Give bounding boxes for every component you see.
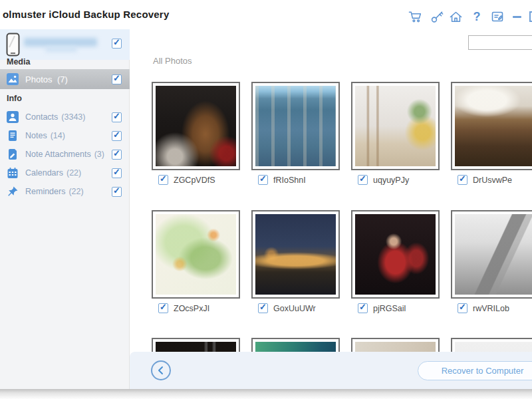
photo-checkbox[interactable] [258,175,268,185]
sidebar-item-count: (14) [51,131,65,140]
cart-icon[interactable] [407,9,423,25]
photo-thumbnail[interactable] [152,210,240,299]
photo-cell: pjRGSail [351,210,440,313]
back-button[interactable] [151,360,171,380]
sidebar-item-count: (3343) [61,112,85,122]
photo-cell: GoxUuUWr [251,210,340,313]
info-section-header: Info [7,94,22,103]
photo-image [355,86,436,166]
phone-icon [6,33,20,57]
photo-thumbnail[interactable] [451,210,532,299]
photo-image [255,214,336,295]
photos-checkbox[interactable] [112,74,122,84]
photo-checkbox[interactable] [358,175,368,185]
photo-name: ZGCpVDfS [174,176,215,185]
sidebar-item-count: (3) [94,150,104,159]
sidebar-item-label: Photos [25,74,52,84]
help-icon[interactable] [469,9,485,25]
device-subtext-redacted [45,47,77,52]
photo-thumbnail[interactable] [152,82,240,170]
note-attachments-checkbox[interactable] [112,150,122,160]
photo-checkbox[interactable] [358,303,368,313]
window-bottom-shadow [0,389,532,399]
photo-cell: fRIoShnI [251,82,340,185]
sidebar-item-note-attachments[interactable]: Note Attachments(3) [0,145,130,164]
photo-thumbnail[interactable] [351,210,440,299]
photo-thumbnail[interactable] [351,82,440,170]
photo-gallery: All Photos ZGCpVDfS fRIoShnI uqyuyPJy Dr… [130,29,532,389]
photo-cell: ZGCpVDfS [152,82,240,185]
media-section-header: Media [7,57,30,66]
footer-bar: Recover to Computer [130,352,532,389]
sidebar-item-contacts[interactable]: Contacts(3343) [0,108,130,126]
sidebar-item-label: Reminders [25,187,65,196]
sidebar-item-notes[interactable]: Notes(14) [0,126,130,145]
photo-cell: rwVRILob [451,210,532,313]
sidebar-item-count: (7) [57,74,68,84]
maximize-icon[interactable] [527,9,532,25]
notes-checkbox[interactable] [112,131,122,141]
photo-checkbox[interactable] [458,175,467,185]
sidebar-item-label: Calendars [25,168,63,178]
sidebar-item-calendars[interactable]: Calendars(22) [0,164,130,182]
key-icon[interactable] [429,9,445,25]
photo-name: ZOcsPxJI [174,304,209,313]
photo-name: GoxUuUWr [273,304,316,313]
sidebar-item-photos[interactable]: Photos (7) [0,69,130,89]
photo-name: pjRGSail [373,304,406,313]
device-name-redacted [24,38,97,47]
title-bar: olmuster iCloud Backup Recovery [0,0,532,30]
photo-checkbox[interactable] [258,303,268,313]
photo-cell: ZOcsPxJI [152,210,240,313]
contacts-icon [7,111,19,123]
photo-image [355,214,436,295]
photo-image [156,214,236,295]
photo-cell: uqyuyPJy [351,82,440,185]
recover-to-computer-button[interactable]: Recover to Computer [418,361,532,380]
sidebar-item-label: Note Attachments [25,150,91,159]
photo-checkbox[interactable] [158,303,168,313]
photo-name: rwVRILob [473,304,509,313]
photo-image [455,214,532,295]
calendars-checkbox[interactable] [112,168,122,178]
search-input[interactable] [468,35,532,50]
sidebar-item-reminders[interactable]: Reminders(22) [0,182,130,201]
photo-thumbnail[interactable] [451,82,532,170]
home-icon[interactable] [448,9,464,25]
reminders-checkbox[interactable] [112,187,122,197]
sidebar: Media Photos (7) Info Contacts(3343) Not… [0,29,130,389]
photo-checkbox[interactable] [458,303,467,313]
device-checkbox[interactable] [112,39,122,49]
photo-thumbnail[interactable] [251,210,340,299]
photo-name: DrUsvwPe [473,176,512,185]
sidebar-item-label: Contacts [25,112,58,122]
photos-icon [7,73,19,85]
photo-checkbox[interactable] [158,175,168,185]
photo-name: uqyuyPJy [373,176,409,185]
sidebar-item-count: (22) [66,168,81,178]
photo-image [156,86,236,166]
section-title: All Photos [153,56,192,66]
photo-thumbnail[interactable] [251,82,340,170]
app-title: olmuster iCloud Backup Recovery [3,9,169,20]
notes-icon [7,130,19,142]
photo-image [255,86,336,166]
device-row[interactable] [0,29,130,60]
contacts-checkbox[interactable] [112,112,122,122]
calendar-icon [7,167,19,179]
sidebar-item-label: Notes [25,131,47,140]
note-attachment-icon [7,148,19,160]
photo-name: fRIoShnI [273,176,306,185]
feedback-icon[interactable] [489,9,505,25]
minimize-icon[interactable] [509,9,525,25]
chevron-left-icon [157,366,165,375]
photo-image [455,86,532,166]
photo-cell: DrUsvwPe [451,82,532,185]
sidebar-item-count: (22) [68,187,83,196]
reminder-icon [7,186,19,198]
